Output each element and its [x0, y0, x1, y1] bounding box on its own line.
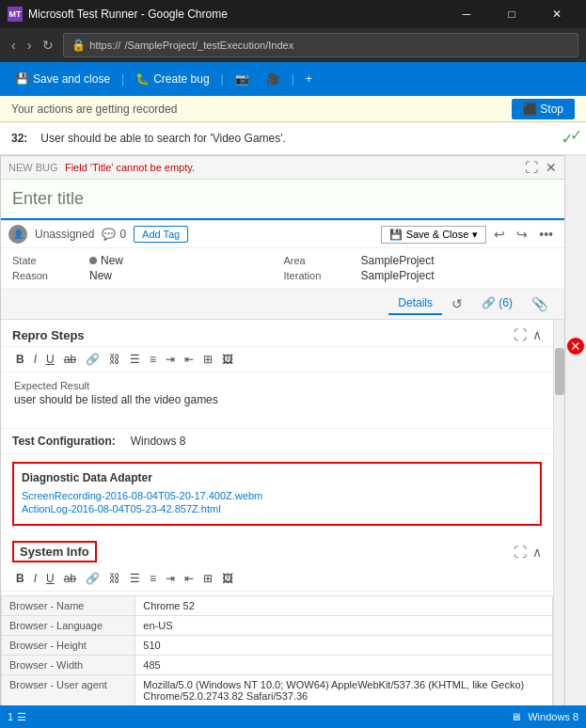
iteration-label: Iteration — [284, 269, 359, 282]
nav-controls: ‹ › ↻ — [8, 36, 57, 55]
undo-button[interactable]: ↩ — [490, 225, 509, 244]
maximize-button[interactable]: □ — [490, 0, 533, 28]
recording-bar: Your actions are getting recorded ⬛ Stop — [0, 96, 586, 122]
reason-value: New — [89, 269, 282, 282]
indent-button[interactable]: ⇥ — [162, 351, 179, 368]
title-bar-left: MT Microsoft Test Runner - Google Chrome — [8, 7, 228, 22]
sys-outdent-button[interactable]: ⇤ — [181, 570, 198, 587]
sys-row-value: 510 — [135, 636, 553, 656]
back-button[interactable]: ‹ — [8, 36, 20, 55]
redo-button[interactable]: ↪ — [513, 225, 531, 244]
sys-info-header: System Info ⛶ ∧ — [1, 533, 553, 566]
screenshot-button[interactable]: 📷 — [228, 69, 257, 89]
reason-label: Reason — [12, 269, 87, 282]
link2-button[interactable]: ⛓ — [105, 351, 124, 368]
list-ol-button[interactable]: ≡ — [146, 351, 160, 368]
repro-collapse-btn[interactable]: ∧ — [532, 327, 542, 342]
sys-image-button[interactable]: 🖼 — [218, 570, 237, 587]
assignee-label[interactable]: Unassigned — [35, 228, 94, 241]
history-tab-icon[interactable]: ↺ — [446, 293, 468, 315]
sys-link-button[interactable]: 🔗 — [82, 570, 103, 587]
scrollbar-thumb[interactable] — [555, 348, 564, 395]
area-value: SampleProject — [361, 254, 554, 267]
config-value: Windows 8 — [131, 435, 186, 448]
sys-row-value: Chrome 52 — [135, 596, 553, 616]
more-button[interactable]: ••• — [535, 225, 557, 244]
sys-table-row: Browser - Width485 — [2, 656, 553, 675]
status-icon: ☰ — [17, 711, 26, 723]
stop-button[interactable]: ⬛ Stop — [512, 99, 575, 119]
sys-collapse-btn[interactable]: ∧ — [532, 545, 542, 560]
config-label: Test Configuration: — [12, 435, 116, 448]
save-icon: 💾 — [15, 72, 29, 86]
sys-row-label: Browser - Name — [2, 596, 135, 616]
status-error-icon: ✕ — [567, 338, 584, 355]
strikethrough-button[interactable]: ab — [60, 351, 80, 368]
add-button[interactable]: + — [298, 69, 320, 89]
window-controls: ─ □ ✕ — [445, 0, 578, 28]
fields-grid: State New Area SampleProject Reason New … — [1, 248, 564, 289]
sys-link2-button[interactable]: ⛓ — [105, 570, 124, 587]
reload-button[interactable]: ↻ — [39, 36, 57, 55]
tab-details[interactable]: Details — [388, 293, 442, 315]
sys-indent-button[interactable]: ⇥ — [162, 570, 179, 587]
tab-links[interactable]: 🔗 (6) — [472, 293, 522, 315]
state-value: New — [89, 254, 282, 267]
create-bug-button[interactable]: 🐛 Create bug — [128, 69, 216, 89]
save-icon-small: 💾 — [389, 229, 403, 241]
status-icon-right: 🖥 — [511, 711, 521, 722]
forward-button[interactable]: › — [24, 36, 36, 55]
dialog-body: Repro Steps ⛶ ∧ B I U ab 🔗 ⛓ ☰ ≡ ⇥ — [1, 320, 564, 705]
bug-icon: 🐛 — [135, 72, 150, 86]
diag-link-2[interactable]: ActionLog-2016-08-04T05-23-42.857Z.html — [22, 503, 532, 514]
meta-actions: 💾 Save & Close ▾ ↩ ↪ ••• — [381, 225, 557, 244]
outdent-button[interactable]: ⇤ — [181, 351, 198, 368]
sys-underline-button[interactable]: U — [42, 570, 58, 587]
toolbar-sep-2: | — [221, 72, 224, 86]
sys-table-row: Browser - Height510 — [2, 636, 553, 656]
sys-expand-btn[interactable]: ⛶ — [514, 545, 527, 560]
bug-dialog: NEW BUG Field 'Title' cannot be empty. ⛶… — [0, 155, 565, 705]
test-config-row: Test Configuration: Windows 8 — [1, 429, 553, 454]
comment-count: 0 — [119, 228, 126, 241]
sys-row-label: Browser - Language — [2, 616, 135, 636]
sys-row-label: Browser - Width — [2, 656, 135, 675]
diagnostic-section: Diagnostic Data Adapter ScreenRecording-… — [12, 462, 542, 526]
status-os: Windows 8 — [528, 711, 578, 722]
expand-button[interactable]: ⛶ — [525, 160, 538, 175]
attach-tab-icon[interactable]: 📎 — [526, 293, 553, 315]
link-button[interactable]: 🔗 — [82, 351, 103, 368]
save-close-button[interactable]: 💾 Save and close — [8, 69, 118, 89]
close-button[interactable]: ✕ — [535, 0, 578, 28]
italic-button[interactable]: I — [30, 351, 40, 368]
sys-italic-button[interactable]: I — [30, 570, 40, 587]
status-item-number: 1 — [8, 711, 13, 722]
list-ul-button[interactable]: ☰ — [126, 351, 144, 368]
sys-table-button[interactable]: ⊞ — [199, 570, 216, 587]
sys-strikethrough-button[interactable]: ab — [60, 570, 80, 587]
repro-expand-btn[interactable]: ⛶ — [514, 327, 527, 342]
save-close-meta-button[interactable]: 💾 Save & Close ▾ — [381, 226, 487, 244]
bold-button[interactable]: B — [12, 351, 28, 368]
recording-message: Your actions are getting recorded — [11, 103, 177, 116]
diag-link-1[interactable]: ScreenRecording-2016-08-04T05-20-17.400Z… — [22, 490, 532, 501]
video-button[interactable]: 🎥 — [259, 69, 288, 89]
repro-text-area[interactable]: Expected Result user should be listed al… — [1, 372, 553, 429]
minimize-button[interactable]: ─ — [445, 0, 488, 28]
title-input[interactable] — [1, 180, 564, 220]
main-area: 32: User should be able to search for 'V… — [0, 122, 586, 705]
tab-row: Details ↺ 🔗 (6) 📎 — [1, 289, 564, 320]
dialog-close-button[interactable]: ✕ — [546, 160, 557, 175]
table-button[interactable]: ⊞ — [199, 351, 216, 368]
sys-bold-button[interactable]: B — [12, 570, 28, 587]
window-title: Microsoft Test Runner - Google Chrome — [28, 8, 228, 21]
sys-format-toolbar: B I U ab 🔗 ⛓ ☰ ≡ ⇥ ⇤ ⊞ 🖼 — [1, 566, 553, 592]
bug-header-controls: ⛶ ✕ — [525, 160, 557, 175]
image-button[interactable]: 🖼 — [218, 351, 237, 368]
sys-list-ol-button[interactable]: ≡ — [146, 570, 160, 587]
scrollbar-track[interactable] — [553, 320, 564, 705]
add-tag-button[interactable]: Add Tag — [134, 226, 188, 243]
status-ok-icon: ✓ — [570, 126, 582, 144]
underline-button[interactable]: U — [42, 351, 58, 368]
sys-list-ul-button[interactable]: ☰ — [126, 570, 144, 587]
